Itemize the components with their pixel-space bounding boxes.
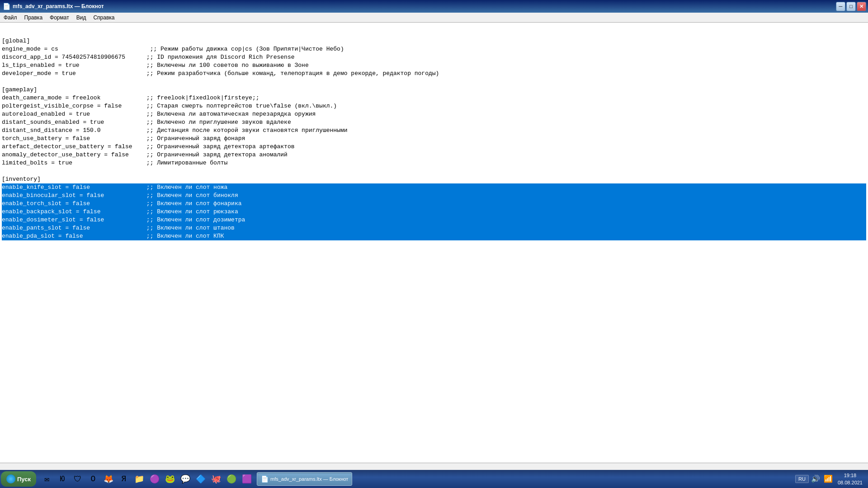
line-content bbox=[2, 314, 866, 322]
line-content bbox=[2, 371, 866, 379]
title-bar: 📄 mfs_adv_xr_params.ltx — Блокнот ─ □ ✕ bbox=[0, 0, 868, 13]
line-content: anomaly_detector_use_battery = false ;; … bbox=[2, 151, 866, 159]
line-content bbox=[2, 289, 866, 297]
folder-icon[interactable]: 📁 bbox=[132, 472, 146, 486]
editor-area[interactable]: [global]engine_mode = cs ;; Режим работы… bbox=[0, 23, 868, 456]
line-content: distant_snd_distance = 150.0 ;; Дистанци… bbox=[2, 127, 866, 135]
menu-help[interactable]: Справка bbox=[90, 13, 118, 22]
editor-line bbox=[2, 257, 866, 265]
editor-line bbox=[2, 314, 866, 322]
adguard-icon[interactable]: 🛡 bbox=[71, 472, 85, 486]
editor-line: enable_binocular_slot = false ;; Включен… bbox=[2, 192, 866, 200]
menu-edit[interactable]: Правка bbox=[21, 13, 47, 22]
yandex-icon[interactable]: Я bbox=[117, 472, 131, 486]
editor-line: [global] bbox=[2, 37, 866, 45]
opera-icon[interactable]: O bbox=[86, 472, 100, 486]
clock-area: 19:18 08.08.2021 bbox=[835, 472, 865, 486]
editor-line: enable_pants_slot = false ;; Включен ли … bbox=[2, 224, 866, 232]
horizontal-scrollbar[interactable] bbox=[0, 463, 868, 470]
line-content: distant_sounds_enabled = true ;; Включен… bbox=[2, 118, 866, 127]
editor-wrapper: [global]engine_mode = cs ;; Режим работы… bbox=[0, 23, 868, 463]
editor-line: distant_sounds_enabled = true ;; Включен… bbox=[2, 118, 866, 127]
taskbar: Пуск ✉Ю🛡O🦊Я📁🟣🐸💬🔷🐙🟢🟪 📄 mfs_adv_xr_params.… bbox=[0, 470, 868, 488]
minimize-button[interactable]: ─ bbox=[836, 2, 845, 11]
editor-line bbox=[2, 322, 866, 330]
editor-line: engine_mode = cs ;; Режим работы движка … bbox=[2, 45, 866, 53]
editor-line: enable_knife_slot = false ;; Включен ли … bbox=[2, 183, 866, 192]
editor-line bbox=[2, 249, 866, 257]
green-icon[interactable]: 🟢 bbox=[224, 472, 239, 486]
line-content: poltergeist_visible_corpse = false ;; Ст… bbox=[2, 102, 866, 110]
purple-icon[interactable]: 🟣 bbox=[147, 472, 162, 486]
taskbar-active-app[interactable]: 📄 mfs_adv_xr_params.ltx — Блокнот bbox=[257, 472, 352, 486]
editor-line: enable_backpack_slot = false ;; Включен … bbox=[2, 208, 866, 216]
firefox-icon[interactable]: 🦊 bbox=[101, 472, 116, 486]
window-title: mfs_adv_xr_params.ltx — Блокнот bbox=[13, 3, 104, 9]
line-content bbox=[2, 265, 866, 273]
editor-line: artefact_detector_use_battery = false ;;… bbox=[2, 143, 866, 151]
discord-icon[interactable]: 💬 bbox=[178, 472, 193, 486]
line-content: torch_use_battery = false ;; Ограниченны… bbox=[2, 135, 866, 143]
volume-tray-icon[interactable]: 🔊 bbox=[810, 473, 821, 485]
start-label: Пуск bbox=[17, 476, 31, 483]
editor-line bbox=[2, 305, 866, 314]
editor-line bbox=[2, 281, 866, 289]
menu-format[interactable]: Формат bbox=[46, 13, 73, 22]
line-content: [global] bbox=[2, 37, 866, 45]
line-content: enable_dosimeter_slot = false ;; Включен… bbox=[2, 216, 866, 224]
line-content bbox=[2, 387, 866, 395]
line-content bbox=[2, 249, 866, 257]
editor-line bbox=[2, 289, 866, 297]
editor-line: [gameplay] bbox=[2, 86, 866, 94]
line-content: enable_pants_slot = false ;; Включен ли … bbox=[2, 224, 866, 232]
line-content bbox=[2, 330, 866, 338]
line-content bbox=[2, 354, 866, 362]
editor-line bbox=[2, 346, 866, 354]
editor-line: autoreload_enabled = true ;; Включена ли… bbox=[2, 110, 866, 118]
editor-line bbox=[2, 297, 866, 305]
line-content: ls_tips_enabled = true ;; Включены ли 10… bbox=[2, 61, 866, 70]
line-content bbox=[2, 273, 866, 281]
editor-line: [inventory] bbox=[2, 175, 866, 183]
clock-date: 08.08.2021 bbox=[838, 479, 863, 486]
line-content bbox=[2, 167, 866, 175]
line-content: [inventory] bbox=[2, 175, 866, 183]
line-content: artefact_detector_use_battery = false ;;… bbox=[2, 143, 866, 151]
editor-line: anomaly_detector_use_battery = false ;; … bbox=[2, 151, 866, 159]
line-content: discord_app_id = 745402574810906675 ;; I… bbox=[2, 53, 866, 61]
maximize-button[interactable]: □ bbox=[846, 2, 856, 11]
notepad-window: 📄 mfs_adv_xr_params.ltx — Блокнот ─ □ ✕ … bbox=[0, 0, 868, 470]
line-content bbox=[2, 305, 866, 314]
editor-line: torch_use_battery = false ;; Ограниченны… bbox=[2, 135, 866, 143]
editor-line bbox=[2, 395, 866, 403]
menu-view[interactable]: Вид bbox=[73, 13, 90, 22]
editor-line: developer_mode = true ;; Режим разработч… bbox=[2, 70, 866, 78]
editor-line: discord_app_id = 745402574810906675 ;; I… bbox=[2, 53, 866, 61]
start-orb bbox=[6, 474, 15, 483]
purple2-icon[interactable]: 🟪 bbox=[240, 472, 254, 486]
editor-line bbox=[2, 371, 866, 379]
taskbar-app-icon: 📄 bbox=[261, 475, 269, 483]
frog-icon[interactable]: 🐸 bbox=[163, 472, 177, 486]
line-content: [gameplay] bbox=[2, 86, 866, 94]
close-button[interactable]: ✕ bbox=[857, 2, 866, 11]
mail-icon[interactable]: ✉ bbox=[40, 472, 54, 486]
blue-icon[interactable]: 🔷 bbox=[193, 472, 208, 486]
editor-line bbox=[2, 338, 866, 346]
menu-file[interactable]: Файл bbox=[0, 13, 21, 22]
line-content: enable_binocular_slot = false ;; Включен… bbox=[2, 192, 866, 200]
editor-line bbox=[2, 379, 866, 387]
yu-icon[interactable]: Ю bbox=[55, 472, 70, 486]
network-tray-icon[interactable]: 📶 bbox=[822, 473, 834, 485]
line-content: engine_mode = cs ;; Режим работы движка … bbox=[2, 45, 866, 53]
line-content bbox=[2, 240, 866, 249]
line-content: enable_torch_slot = false ;; Включен ли … bbox=[2, 200, 866, 208]
line-content bbox=[2, 257, 866, 265]
line-content: enable_pda_slot = false ;; Включен ли сл… bbox=[2, 232, 866, 240]
language-button[interactable]: RU bbox=[795, 475, 809, 483]
line-content bbox=[2, 379, 866, 387]
github-icon[interactable]: 🐙 bbox=[209, 472, 223, 486]
start-button[interactable]: Пуск bbox=[1, 471, 36, 487]
taskbar-app-label: mfs_adv_xr_params.ltx — Блокнот bbox=[270, 476, 348, 482]
editor-line bbox=[2, 273, 866, 281]
